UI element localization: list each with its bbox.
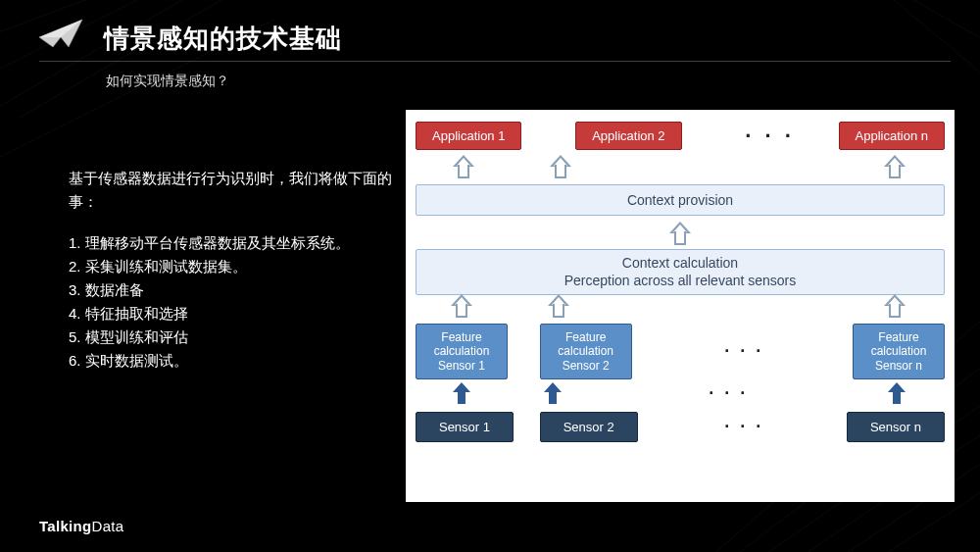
- brand-part2: Data: [92, 518, 124, 534]
- steps-list: 1. 理解移动平台传感器数据及其坐标系统。 2. 采集训练和测试数据集。 3. …: [69, 231, 402, 373]
- arrow-up-icon: [888, 382, 906, 404]
- features-row: Feature calculation Sensor 1 Feature cal…: [416, 324, 945, 379]
- application-box: Application 2: [575, 122, 681, 150]
- footer-brand: TalkingData: [39, 518, 123, 534]
- header-divider: [39, 61, 951, 62]
- step-item: 1. 理解移动平台传感器数据及其坐标系统。: [69, 231, 402, 255]
- arrow-up-icon: [544, 382, 562, 404]
- sensor-box: Sensor 1: [416, 412, 514, 442]
- slide-root: 情景感知的技术基础 如何实现情景感知？ 基于传感器数据进行行为识别时，我们将做下…: [0, 0, 980, 552]
- arrow-up-icon: [453, 382, 470, 404]
- brand-part1: Talking: [39, 518, 92, 534]
- ellipsis-icon: · · ·: [724, 417, 763, 437]
- arrow-row: · · ·: [416, 382, 945, 404]
- step-item: 6. 实时数据测试。: [69, 349, 402, 373]
- application-box: Application 1: [416, 122, 521, 150]
- application-box: Application n: [839, 122, 945, 150]
- feature-box: Feature calculation Sensor n: [853, 324, 945, 379]
- slide-subtitle: 如何实现情景感知？: [106, 73, 229, 90]
- feature-box: Feature calculation Sensor 2: [540, 324, 632, 379]
- sensor-box: Sensor n: [847, 412, 945, 442]
- architecture-diagram: Application 1 Application 2 · · · Applic…: [406, 110, 955, 502]
- ellipsis-icon: · · ·: [724, 341, 763, 362]
- context-calculation-box: Context calculation Perception across al…: [416, 249, 945, 295]
- step-item: 3. 数据准备: [69, 278, 402, 302]
- applications-row: Application 1 Application 2 · · · Applic…: [416, 122, 945, 150]
- feature-box: Feature calculation Sensor 1: [416, 324, 508, 379]
- step-item: 4. 特征抽取和选择: [69, 302, 402, 326]
- slide-title: 情景感知的技术基础: [104, 22, 951, 56]
- step-item: 2. 采集训练和测试数据集。: [69, 255, 402, 278]
- calc-line1: Context calculation: [416, 255, 944, 273]
- ellipsis-icon: · · ·: [745, 124, 795, 149]
- context-provision-box: Context provision: [416, 184, 945, 216]
- intro-paragraph: 基于传感器数据进行行为识别时，我们将做下面的事：: [69, 167, 402, 214]
- sensor-box: Sensor 2: [540, 412, 638, 442]
- ellipsis-icon: · · ·: [709, 383, 748, 404]
- body-text: 基于传感器数据进行行为识别时，我们将做下面的事： 1. 理解移动平台传感器数据及…: [69, 167, 402, 373]
- sensors-row: Sensor 1 Sensor 2 · · · Sensor n: [416, 412, 945, 442]
- step-item: 5. 模型训练和评估: [69, 326, 402, 349]
- header: 情景感知的技术基础: [39, 22, 951, 56]
- calc-line2: Perception across all relevant sensors: [416, 273, 944, 290]
